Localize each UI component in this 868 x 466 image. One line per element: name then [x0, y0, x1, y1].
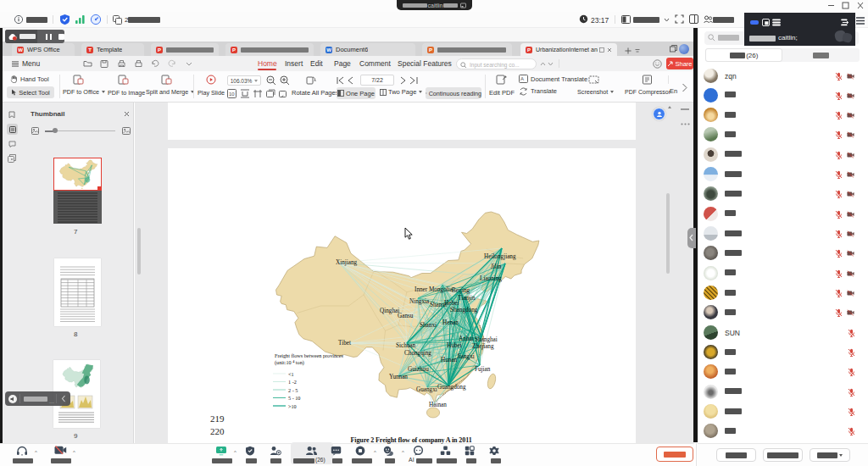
svg-text:Qinghai: Qinghai [380, 308, 399, 314]
svg-text:Xinjiang: Xinjiang [336, 259, 358, 266]
svg-text:Sichuan: Sichuan [396, 342, 416, 349]
svg-text:Yunnan: Yunnan [389, 374, 408, 380]
svg-text:A: A [520, 76, 524, 81]
svg-text:Guizhou: Guizhou [408, 366, 429, 373]
svg-text:Hebei: Hebei [444, 300, 459, 307]
svg-text:Hunan: Hunan [441, 357, 458, 363]
svg-text:Jiangxi: Jiangxi [457, 353, 475, 360]
svg-text:Tibet: Tibet [338, 340, 351, 347]
svg-text:Heilongjiang: Heilongjiang [484, 253, 516, 260]
svg-text:Hainan: Hainan [429, 402, 447, 408]
svg-text:Beijing: Beijing [452, 287, 470, 294]
svg-text:Guangxi: Guangxi [416, 386, 437, 393]
svg-text:Zhejiang: Zhejiang [472, 343, 494, 350]
svg-text:2 - 5: 2 - 5 [288, 387, 298, 393]
svg-text:Inner Mongolia: Inner Mongolia [415, 286, 453, 293]
svg-text:Hubei: Hubei [447, 342, 462, 349]
svg-text:Gansu: Gansu [398, 313, 414, 319]
svg-text:Guangdong: Guangdong [437, 384, 466, 391]
svg-text:<1: <1 [288, 371, 294, 377]
svg-text:Shanxi: Shanxi [420, 322, 437, 329]
svg-text:Ningxia: Ningxia [409, 298, 430, 305]
svg-text:5 - 10: 5 - 10 [288, 395, 300, 401]
svg-text:Chongqing: Chongqing [404, 350, 431, 357]
svg-text:Jilin: Jilin [491, 264, 502, 270]
svg-text:1 -2: 1 -2 [288, 379, 297, 385]
svg-text:Liaoning: Liaoning [480, 275, 502, 282]
svg-text:Anhui: Anhui [459, 336, 474, 342]
svg-text:Shangdong: Shangdong [450, 307, 478, 313]
svg-text:10: 10 [229, 92, 235, 97]
svg-text:Tianjin: Tianjin [458, 295, 476, 302]
svg-text:(unit:10 ⁴ ton): (unit:10 ⁴ ton) [275, 359, 304, 366]
svg-text:Freight flows between province: Freight flows between provinces [275, 352, 344, 358]
svg-text:>10: >10 [288, 403, 297, 409]
svg-text:Fujian: Fujian [475, 366, 491, 373]
svg-text:Henan: Henan [442, 319, 459, 326]
